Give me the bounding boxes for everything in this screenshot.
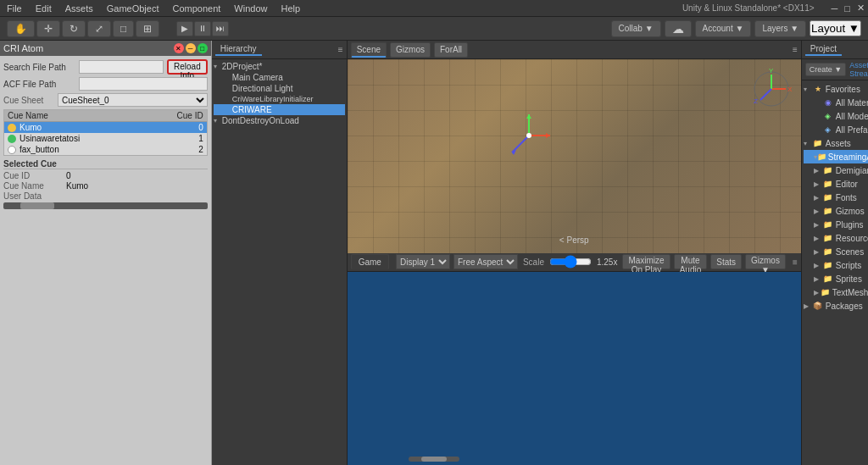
cue-id-label: Cue ID xyxy=(3,171,63,180)
menu-assets[interactable]: Assets xyxy=(58,3,100,14)
arrow-icon: ▶ xyxy=(814,289,821,296)
favorites-folder[interactable]: ▾ ★ Favorites xyxy=(804,82,868,96)
aspect-select[interactable]: Free Aspect xyxy=(453,254,518,269)
hierarchy-toolbar: Hierarchy ≡ xyxy=(212,41,347,59)
hierarchy-panel: Hierarchy ≡ ▾ 2DProject* Main Camera xyxy=(212,41,348,465)
layout-btn[interactable]: Layout ▼ xyxy=(810,20,861,36)
project-tab[interactable]: Project xyxy=(805,43,842,56)
game-tab[interactable]: Game xyxy=(351,254,389,269)
editor-folder[interactable]: ▶ 📁 Editor xyxy=(804,177,868,191)
assets-folder[interactable]: ▾ 📁 Assets xyxy=(804,136,868,150)
acf-file-path-input[interactable] xyxy=(79,77,208,91)
gizmos-btn[interactable]: Gizmos xyxy=(390,42,431,58)
hierarchy-item-label: Main Camera xyxy=(232,73,283,82)
scene-game-split: Scene Gizmos ForAll ≡ xyxy=(348,41,801,465)
cri-min-btn[interactable]: ─ xyxy=(186,43,196,53)
all-materials-item[interactable]: ◉ All Materials xyxy=(804,96,868,109)
reload-info-btn[interactable]: Reload Info xyxy=(167,59,208,75)
all-models-item[interactable]: ◈ All Models xyxy=(804,109,868,123)
transport-group: ▶ ⏸ ⏭ xyxy=(176,21,229,36)
menu-gameobject[interactable]: GameObject xyxy=(100,3,166,14)
all-materials-label: All Materials xyxy=(836,98,868,108)
scale-tool-btn[interactable]: ⤢ xyxy=(87,20,111,37)
search-file-path-input[interactable] xyxy=(79,60,164,74)
cloud-build-btn[interactable]: ☁ xyxy=(665,20,692,37)
hierarchy-item-directionallight[interactable]: Directional Light xyxy=(214,83,345,94)
rotate-tool-btn[interactable]: ↻ xyxy=(62,20,86,37)
packages-label: Packages xyxy=(826,302,863,311)
hierarchy-tab[interactable]: Hierarchy xyxy=(215,43,262,56)
hierarchy-item-label: CriWareLibraryInitializer xyxy=(232,95,314,103)
editor-folder-icon: 📁 xyxy=(822,178,834,190)
menu-window[interactable]: Window xyxy=(227,3,274,14)
streaming-assets-label: StreamingAssets xyxy=(828,152,868,162)
plugins-folder[interactable]: ▶ 📁 Plugins xyxy=(804,218,868,231)
assets-folder-icon: 📁 xyxy=(812,137,824,149)
sprites-folder[interactable]: ▶ 📁 Sprites xyxy=(804,272,868,285)
collab-btn[interactable]: Collab ▼ xyxy=(611,20,661,37)
step-btn[interactable]: ⏭ xyxy=(212,21,229,36)
rect-tool-btn[interactable]: □ xyxy=(113,20,134,37)
cri-title: CRI Atom xyxy=(3,43,43,53)
window-maximize[interactable]: □ xyxy=(841,3,854,14)
cri-max-btn[interactable]: □ xyxy=(198,43,208,53)
display-select[interactable]: Display 1 xyxy=(396,254,450,269)
sprites-folder-icon: 📁 xyxy=(822,273,834,285)
account-btn[interactable]: Account ▼ xyxy=(695,20,752,37)
layers-btn[interactable]: Layers ▼ xyxy=(754,20,806,37)
menu-component[interactable]: Component xyxy=(165,3,227,14)
hierarchy-item-dontdestroy[interactable]: ▾ DontDestroyOnLoad xyxy=(214,115,345,126)
cri-scrollbar[interactable] xyxy=(3,202,208,209)
hierarchy-item-maincamera[interactable]: Main Camera xyxy=(214,72,345,83)
streaming-assets-folder[interactable]: ▾ 📁 StreamingAssets xyxy=(804,150,868,163)
hand-tool-btn[interactable]: ✋ xyxy=(7,20,35,37)
gizmos-game-btn[interactable]: Gizmos ▼ xyxy=(745,254,786,269)
arrow-icon: ▾ xyxy=(804,140,812,147)
arrow-icon: ▶ xyxy=(814,221,822,229)
play-btn[interactable]: ▶ xyxy=(176,21,193,36)
streaming-assets-folder-icon: 📁 xyxy=(817,151,826,163)
window-close[interactable]: ✕ xyxy=(854,3,868,14)
scene-menu-btn[interactable]: ≡ xyxy=(793,45,798,54)
game-menu-btn[interactable]: ≡ xyxy=(793,257,798,267)
scene-tab[interactable]: Scene xyxy=(351,42,387,58)
gizmos-folder[interactable]: ▶ 📁 Gizmos xyxy=(804,204,868,218)
scale-slider[interactable] xyxy=(549,256,592,268)
table-row[interactable]: Kumo 0 xyxy=(4,122,207,133)
transform-tool-btn[interactable]: ⊞ xyxy=(136,20,159,37)
all-models-label: All Models xyxy=(836,112,868,121)
scripts-folder[interactable]: ▶ 📁 Scripts xyxy=(804,258,868,272)
maximize-on-play-btn[interactable]: Maximize On Play xyxy=(622,254,670,269)
stats-btn[interactable]: Stats xyxy=(710,254,742,269)
hierarchy-item-label: DontDestroyOnLoad xyxy=(222,116,299,125)
scenes-folder[interactable]: ▶ 📁 Scenes xyxy=(804,245,868,258)
fonts-folder[interactable]: ▶ 📁 Fonts xyxy=(804,191,868,204)
menu-file[interactable]: File xyxy=(0,3,29,14)
forall-btn[interactable]: ForAll xyxy=(434,42,468,58)
cue-id-2: 2 xyxy=(153,145,203,154)
packages-folder[interactable]: ▶ 📦 Packages xyxy=(804,299,868,313)
cri-close-btn[interactable]: ✕ xyxy=(174,43,184,53)
hierarchy-item-2dproject[interactable]: ▾ 2DProject* xyxy=(214,61,345,72)
project-toolbar: Project ≡ xyxy=(802,41,868,59)
resources-folder[interactable]: ▶ 📁 Resources xyxy=(804,231,868,245)
demigiant-folder[interactable]: ▶ 📁 Demigiant xyxy=(804,163,868,177)
hierarchy-item-criware-initializer[interactable]: CriWareLibraryInitializer xyxy=(214,94,345,104)
table-row[interactable]: Usinawaretatosi 1 xyxy=(4,133,207,144)
scene-3d: X Y Z < Persp xyxy=(348,59,801,253)
create-btn[interactable]: Create ▼ xyxy=(805,63,846,76)
gizmos-folder-icon: 📁 xyxy=(822,205,834,217)
table-row[interactable]: fax_button 2 xyxy=(4,144,207,155)
window-minimize[interactable]: ─ xyxy=(828,3,842,14)
hierarchy-menu-btn[interactable]: ≡ xyxy=(338,45,343,54)
move-tool-btn[interactable]: ✛ xyxy=(36,20,60,37)
menu-help[interactable]: Help xyxy=(274,3,307,14)
persp-label: < Persp xyxy=(559,235,589,245)
pause-btn[interactable]: ⏸ xyxy=(194,21,211,36)
menu-edit[interactable]: Edit xyxy=(29,3,58,14)
mute-audio-btn[interactable]: Mute Audio xyxy=(674,254,708,269)
all-prefabs-item[interactable]: ◈ All Prefabs xyxy=(804,123,868,136)
hierarchy-item-criware[interactable]: CRIWARE xyxy=(214,104,345,115)
textmesh-folder[interactable]: ▶ 📁 TextMesh Pro xyxy=(804,285,868,299)
cue-sheet-select[interactable]: CueSheet_0 xyxy=(58,93,208,107)
